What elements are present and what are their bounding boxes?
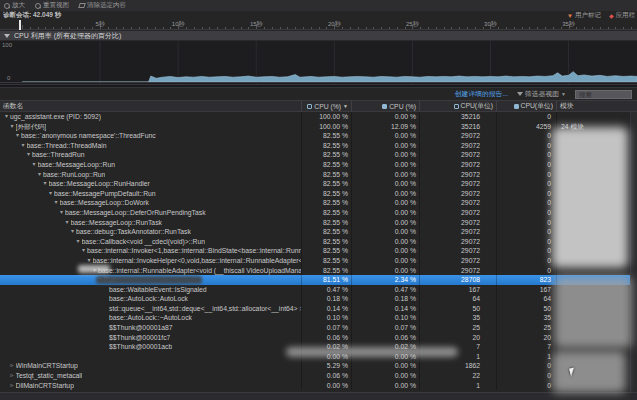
self-cpu-pct-cell: 0.10 %: [352, 313, 420, 323]
tree-row[interactable]: ▾base::internal::Invoker<1,base::interna…: [0, 246, 637, 256]
tree-row[interactable]: ▹WinMainCRTStartup5.29 %0.00 %18620: [0, 361, 637, 371]
self-cpu-units-cell: 0: [497, 218, 557, 228]
tree-row[interactable]: ▾base::MessageLoop::RunHandler82.55 %0.0…: [0, 179, 637, 189]
column-header-total-cpu-pct[interactable]: CPU (%)▼: [302, 101, 352, 111]
expander-open-icon[interactable]: ▾: [3, 112, 10, 122]
tree-row[interactable]: ▾base::RunLoop::Run82.55 %0.00 %290720: [0, 170, 637, 180]
tree-row[interactable]: ▾base::internal::RunnableAdapter<void (_…: [0, 266, 637, 276]
module-cell: [557, 227, 637, 237]
tree-row[interactable]: ▹DllMainCRTStartup0.00 %0.00 %10: [0, 381, 637, 391]
tree-row[interactable]: base::AutoLock::~AutoLock0.10 %0.10 %353…: [0, 313, 637, 323]
total-cpu-units-cell: 29072: [420, 218, 497, 228]
self-cpu-pct-cell: 0.00 %: [352, 246, 420, 256]
tree-row[interactable]: base::WaitableEvent::IsSignaled0.47 %0.4…: [0, 285, 637, 295]
timeline-start-marker[interactable]: [19, 20, 21, 30]
tree-row[interactable]: base::AutoLock::AutoLock0.18 %0.18 %6464: [0, 294, 637, 304]
expander-open-icon[interactable]: ▾: [80, 246, 87, 256]
tree-row[interactable]: ▾[外部代码]100.00 %12.09 %35216425924 模块: [0, 122, 637, 132]
ruler-tick: [436, 27, 437, 29]
function-name: Run: [104, 275, 116, 285]
expander-open-icon[interactable]: ▾: [20, 141, 27, 151]
tree-row[interactable]: ▾ugc_assistant.exe (PID: 5092)100.00 %0.…: [0, 112, 637, 122]
total-cpu-units-cell: 29072: [420, 179, 497, 189]
ruler-tick: [576, 27, 577, 29]
expander-open-icon[interactable]: ▾: [31, 160, 38, 170]
ruler-tick-label: 10秒: [172, 20, 185, 29]
expander-open-icon[interactable]: ▾: [25, 150, 32, 160]
expander-closed-icon[interactable]: ▹: [9, 361, 16, 371]
tree-row[interactable]: ▾base::Thread::ThreadMain82.55 %0.00 %29…: [0, 141, 637, 151]
tree-row[interactable]: ▾base::MessageLoop::RunTask82.55 %0.00 %…: [0, 218, 637, 228]
function-name-cell: $$Thunk@00001acb: [0, 342, 302, 352]
vertical-scrollbar[interactable]: [630, 112, 637, 392]
tree-row[interactable]: ▾base::internal::InvokeHelper<0,void,bas…: [0, 256, 637, 266]
tree-row[interactable]: ▾base::debug::TaskAnnotator::RunTask82.5…: [0, 227, 637, 237]
total-cpu-pct-cell: 82.55 %: [302, 131, 352, 141]
self-cpu-units-cell: 64: [497, 294, 557, 304]
cpu-section-header[interactable]: CPU 利用率 (所有处理器的百分比): [0, 31, 637, 41]
tree-row[interactable]: $$Thunk@00001fc70.06 %0.06 %2020: [0, 333, 637, 343]
self-cpu-pct-cell: 0.00 %: [352, 352, 420, 362]
expander-open-icon[interactable]: ▾: [64, 218, 71, 228]
expander-open-icon[interactable]: ▾: [9, 122, 16, 132]
tree-indent: [0, 174, 36, 175]
tree-row[interactable]: ▾base::MessagePumpDefault::Run82.55 %0.0…: [0, 189, 637, 199]
zoom-in-button[interactable]: 放大: [4, 1, 25, 10]
search-input[interactable]: [575, 90, 632, 99]
tree-row[interactable]: ▾base::Callback<void __cdecl(void)>::Run…: [0, 237, 637, 247]
column-header-total-cpu-units[interactable]: CPU(单位): [420, 101, 497, 111]
self-cpu-units-cell: 0: [497, 150, 557, 160]
create-detailed-report-link[interactable]: 创建详细的报告...: [455, 89, 508, 99]
ruler-tick: [397, 27, 398, 29]
cpu-utilization-chart[interactable]: 100 0: [0, 41, 637, 84]
timeline-ruler[interactable]: 5秒10秒15秒20秒25秒30秒35秒: [0, 20, 637, 30]
filter-view-dropdown[interactable]: 筛选器视图 ▼: [517, 89, 566, 99]
ruler-tick: [30, 27, 31, 29]
total-cpu-units-cell: 29072: [420, 170, 497, 180]
section-expander-icon[interactable]: [4, 34, 10, 38]
column-header-module[interactable]: 模块: [557, 101, 637, 111]
tree-row[interactable]: ▾base::MessageLoop::DoWork82.55 %0.00 %2…: [0, 198, 637, 208]
tree-row[interactable]: $$Thunk@00001acb0.02 %0.02 %77: [0, 342, 637, 352]
expander-open-icon[interactable]: ▾: [97, 275, 104, 285]
horizontal-scrollbar[interactable]: [0, 392, 637, 400]
total-cpu-pct-cell: 82.55 %: [302, 218, 352, 228]
tree-row[interactable]: ▾base::`anonymous namespace'::ThreadFunc…: [0, 131, 637, 141]
tree-indent: [0, 308, 102, 309]
self-cpu-units-cell: 0: [497, 160, 557, 170]
tree-row[interactable]: ▾base::ThreadRun82.55 %0.00 %290720: [0, 150, 637, 160]
tree-row[interactable]: 0.00 %0.00 %11: [0, 352, 637, 362]
expander-open-icon[interactable]: ▾: [69, 227, 76, 237]
reset-view-button[interactable]: 重置视图: [35, 1, 69, 10]
clear-selection-button[interactable]: 清除选定内容: [79, 1, 126, 10]
column-header-self-cpu-pct[interactable]: CPU (%): [352, 101, 420, 111]
tree-row[interactable]: ▹Testqt_static_metacall0.06 %0.00 %220: [0, 371, 637, 381]
function-name: base::MessagePumpDefault::Run: [54, 189, 156, 199]
tree-row[interactable]: $$Thunk@00001a870.07 %0.07 %2525: [0, 323, 637, 333]
column-header-label: CPU (%): [389, 103, 416, 110]
tree-row[interactable]: std::queue<__int64,std::deque<__int64,st…: [0, 304, 637, 314]
expander-closed-icon[interactable]: ▹: [9, 381, 16, 391]
expander-open-icon[interactable]: ▾: [58, 208, 65, 218]
expander-closed-icon[interactable]: ▹: [9, 371, 16, 381]
expander-open-icon[interactable]: ▾: [14, 131, 21, 141]
total-cpu-pct-cell: 0.06 %: [302, 371, 352, 381]
expander-open-icon[interactable]: ▾: [36, 170, 43, 180]
tree-row-selected[interactable]: ▾Run81.51 %2.34 %28708823: [0, 275, 637, 285]
column-header-self-cpu-units[interactable]: CPU(单位): [497, 101, 557, 111]
expander-open-icon[interactable]: ▾: [47, 189, 54, 199]
tree-indent: [0, 299, 102, 300]
expander-open-icon[interactable]: ▾: [75, 237, 82, 247]
self-cpu-units-cell: 0: [497, 170, 557, 180]
total-cpu-units-cell: 167: [420, 285, 497, 295]
expander-open-icon[interactable]: ▾: [86, 256, 93, 266]
function-name-cell: $$Thunk@00001a87: [0, 323, 302, 333]
tree-row[interactable]: ▾base::MessageLoop::Run82.55 %0.00 %2907…: [0, 160, 637, 170]
column-header-function[interactable]: 函数名: [0, 101, 302, 111]
tree-row[interactable]: ▾base::MessageLoop::DeferOrRunPendingTas…: [0, 208, 637, 218]
expander-open-icon[interactable]: ▾: [42, 179, 49, 189]
expander-open-icon[interactable]: ▾: [53, 198, 60, 208]
self-cpu-units-cell: 50: [497, 304, 557, 314]
expander-open-icon[interactable]: ▾: [91, 266, 98, 276]
ruler-tick: [600, 27, 601, 29]
